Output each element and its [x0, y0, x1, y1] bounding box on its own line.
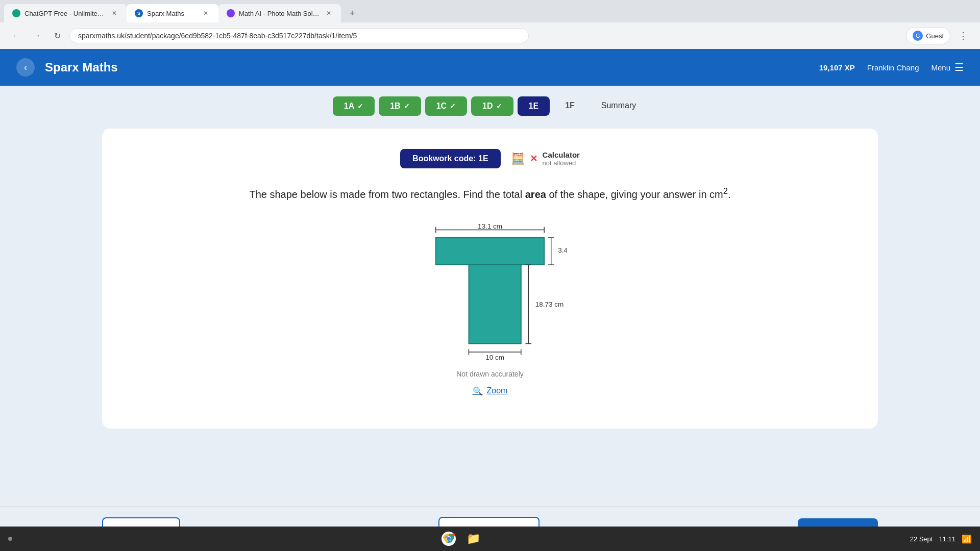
new-tab-button[interactable]: +: [343, 4, 361, 22]
taskbar-time: 11:11: [939, 535, 955, 543]
tab-label-chatgpt: ChatGPT Free - Unlimited Prom...: [24, 10, 106, 17]
calculator-status: not allowed: [543, 159, 580, 167]
tab-1b[interactable]: 1B ✓: [379, 96, 421, 116]
taskbar-center: 📁: [439, 530, 482, 548]
tab-close-sparx[interactable]: ✕: [201, 9, 210, 18]
shape-diagram: 13.1 cm 3.4 cm 18.73 cm 10 cm: [413, 223, 567, 366]
tab-1f-label: 1F: [565, 101, 575, 110]
question-bold: area: [525, 189, 546, 200]
tab-favicon-sparx: S: [135, 9, 143, 17]
menu-button[interactable]: Menu ☰: [931, 61, 964, 73]
diagram-container: 13.1 cm 3.4 cm 18.73 cm 10 cm: [122, 223, 857, 396]
question-text: The shape below is made from two rectang…: [122, 185, 857, 203]
svg-text:18.73 cm: 18.73 cm: [535, 300, 564, 308]
tab-mathai[interactable]: Math AI - Photo Math Solver &... ✕: [218, 4, 341, 22]
tab-1f[interactable]: 1F: [554, 96, 586, 116]
tab-1b-check: ✓: [404, 102, 410, 110]
svg-rect-1: [469, 265, 521, 343]
tab-1e[interactable]: 1E: [518, 96, 550, 116]
user-name: Franklin Chang: [867, 63, 919, 72]
url-bar[interactable]: sparxmaths.uk/student/package/6ed9b582-1…: [69, 28, 529, 43]
taskbar-date: 22 Sept: [910, 535, 933, 543]
tab-bar: ChatGPT Free - Unlimited Prom... ✕ S Spa…: [0, 0, 980, 22]
superscript: 2: [723, 186, 728, 196]
chrome-icon[interactable]: [439, 530, 458, 548]
zoom-label: Zoom: [487, 386, 508, 395]
zoom-button[interactable]: 🔍 Zoom: [473, 386, 508, 396]
tab-label-mathai: Math AI - Photo Math Solver &...: [239, 10, 321, 17]
svg-text:13.1 cm: 13.1 cm: [478, 223, 502, 230]
calculator-text: Calculator not allowed: [543, 151, 580, 167]
svg-point-21: [447, 537, 451, 541]
tab-close-chatgpt[interactable]: ✕: [110, 9, 118, 18]
bookwork-badge: Bookwork code: 1E: [400, 149, 500, 168]
tab-close-mathai[interactable]: ✕: [325, 9, 333, 18]
folder-icon[interactable]: 📁: [464, 530, 482, 548]
forward-button[interactable]: →: [29, 28, 45, 44]
tab-1a-label: 1A: [344, 102, 354, 111]
menu-label: Menu: [931, 63, 950, 72]
tab-1d-label: 1D: [482, 102, 493, 111]
main-content: Bookwork code: 1E 🧮 ✕ Calculator not all…: [0, 116, 980, 506]
task-nav: 1A ✓ 1B ✓ 1C ✓ 1D ✓ 1E 1F Summary: [0, 86, 980, 116]
zoom-icon: 🔍: [473, 386, 483, 396]
address-bar: ← → ↻ sparxmaths.uk/student/package/6ed9…: [0, 22, 980, 49]
profile-icon: G: [913, 31, 923, 41]
svg-rect-0: [436, 238, 544, 265]
tab-label-sparx: Sparx Maths: [147, 10, 184, 17]
xp-display: 19,107 XP: [819, 63, 855, 72]
not-drawn-label: Not drawn accurately: [456, 370, 524, 378]
tab-1b-label: 1B: [390, 102, 400, 111]
tab-favicon-chatgpt: [12, 9, 20, 17]
taskbar-right: 22 Sept 11:11 📶: [910, 534, 972, 544]
wifi-icon: 📶: [962, 534, 972, 544]
tab-1c-check: ✓: [450, 102, 456, 110]
app-logo: Sparx Maths: [45, 60, 118, 74]
tab-1a-check: ✓: [357, 102, 363, 110]
app-header: ‹ Sparx Maths 19,107 XP Franklin Chang M…: [0, 49, 980, 86]
calculator-label: Calculator: [543, 151, 580, 159]
profile-button[interactable]: G Guest: [906, 27, 950, 44]
url-text: sparxmaths.uk/student/package/6ed9b582-1…: [78, 32, 357, 40]
tab-favicon-mathai: [227, 9, 235, 17]
browser-menu-button[interactable]: ⋮: [954, 28, 972, 43]
question-text-after: of the shape, giving your answer in cm: [546, 189, 723, 200]
taskbar-dot: [8, 537, 12, 541]
question-card: Bookwork code: 1E 🧮 ✕ Calculator not all…: [102, 129, 878, 429]
tab-summary[interactable]: Summary: [590, 96, 647, 116]
svg-text:10 cm: 10 cm: [485, 354, 504, 361]
home-back-button[interactable]: ‹: [16, 58, 35, 77]
question-text-before: The shape below is made from two rectang…: [249, 189, 525, 200]
header-right: 19,107 XP Franklin Chang Menu ☰: [819, 61, 964, 73]
question-end: .: [728, 189, 731, 200]
calculator-info: 🧮 ✕ Calculator not allowed: [511, 151, 580, 167]
shape-wrapper: 13.1 cm 3.4 cm 18.73 cm 10 cm: [413, 223, 567, 366]
tab-summary-label: Summary: [601, 101, 636, 110]
back-button[interactable]: ←: [8, 28, 24, 44]
tab-1a[interactable]: 1A ✓: [333, 96, 375, 116]
profile-label: Guest: [926, 32, 944, 40]
calculator-icon: 🧮: [511, 152, 525, 165]
hamburger-icon: ☰: [954, 61, 964, 73]
tab-1e-label: 1E: [529, 102, 539, 111]
no-calc-icon: ✕: [530, 153, 537, 164]
browser-frame: ChatGPT Free - Unlimited Prom... ✕ S Spa…: [0, 0, 980, 49]
taskbar-left: [8, 537, 12, 541]
svg-text:3.4 cm: 3.4 cm: [558, 246, 567, 254]
tab-1d[interactable]: 1D ✓: [471, 96, 513, 116]
tab-1d-check: ✓: [496, 102, 502, 110]
tab-1c[interactable]: 1C ✓: [425, 96, 467, 116]
taskbar: 📁 22 Sept 11:11 📶: [0, 527, 980, 551]
tab-chatgpt[interactable]: ChatGPT Free - Unlimited Prom... ✕: [4, 4, 127, 22]
refresh-button[interactable]: ↻: [49, 28, 65, 44]
tab-sparx[interactable]: S Sparx Maths ✕: [127, 4, 218, 22]
bookwork-row: Bookwork code: 1E 🧮 ✕ Calculator not all…: [122, 149, 857, 168]
tab-1c-label: 1C: [436, 102, 447, 111]
